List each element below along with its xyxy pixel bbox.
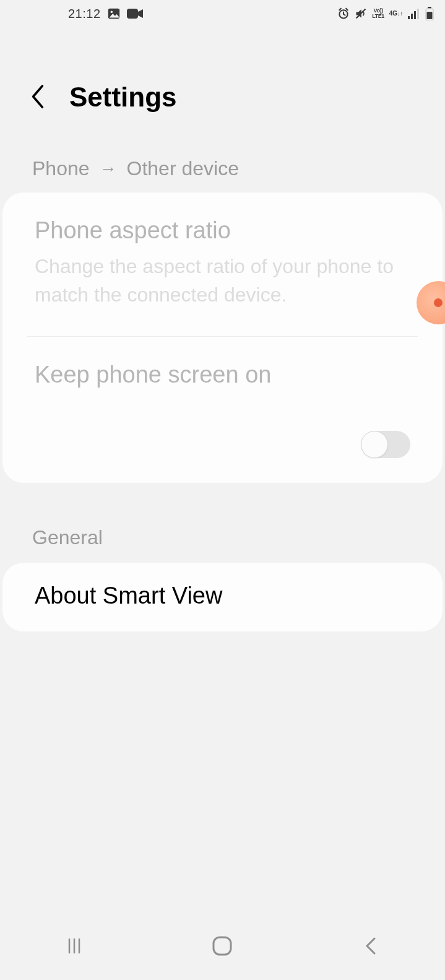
svg-rect-8 — [417, 9, 419, 19]
status-left: 21:12 — [11, 7, 143, 21]
video-icon — [127, 7, 143, 20]
item-title: About Smart View — [35, 583, 410, 609]
svg-rect-7 — [414, 11, 416, 19]
alarm-icon — [337, 7, 350, 20]
status-bar: 21:12 Vo))LTE1 4G↓↑ — [0, 0, 445, 27]
svg-rect-5 — [408, 16, 410, 19]
item-subtitle: Change the aspect ratio of your phone to… — [35, 252, 410, 310]
section-label-right: Other device — [127, 157, 239, 180]
back-button[interactable] — [28, 83, 47, 112]
nav-back-icon — [363, 936, 379, 956]
item-keep-screen-on[interactable]: Keep phone screen on — [2, 337, 443, 483]
status-time: 21:12 — [68, 7, 101, 21]
signal-icon — [408, 8, 420, 19]
svg-point-1 — [110, 11, 113, 13]
nav-home-button[interactable] — [185, 935, 259, 956]
svg-rect-11 — [427, 12, 433, 19]
item-about-smart-view[interactable]: About Smart View — [2, 563, 443, 631]
svg-rect-15 — [214, 937, 231, 955]
page-title: Settings — [69, 82, 177, 113]
mute-icon — [355, 7, 367, 20]
card-general: About Smart View — [2, 563, 443, 631]
battery-icon — [425, 7, 434, 20]
keep-screen-toggle[interactable] — [361, 431, 410, 461]
volte-icon: Vo))LTE1 — [372, 8, 384, 19]
chevron-left-icon — [28, 83, 47, 110]
switch-off-icon — [361, 431, 410, 458]
card-phone-other: Phone aspect ratio Change the aspect rat… — [2, 193, 443, 483]
section-label-left: Phone — [32, 157, 90, 180]
item-title: Phone aspect ratio — [35, 216, 410, 246]
section-phone-other: Phone → Other device — [0, 147, 445, 193]
nav-recents-button[interactable] — [37, 937, 111, 955]
system-navbar — [0, 912, 445, 980]
network-4g-icon: 4G↓↑ — [389, 11, 403, 17]
arrow-right-icon: → — [100, 159, 117, 179]
picture-icon — [107, 7, 121, 20]
svg-rect-2 — [127, 9, 138, 19]
recents-icon — [65, 937, 84, 955]
status-right: Vo))LTE1 4G↓↑ — [337, 7, 434, 20]
svg-rect-6 — [411, 14, 413, 19]
section-general-label: General — [32, 526, 103, 549]
item-phone-aspect-ratio[interactable]: Phone aspect ratio Change the aspect rat… — [2, 193, 443, 336]
page-header: Settings — [0, 27, 445, 147]
item-title: Keep phone screen on — [35, 360, 410, 390]
home-icon — [212, 935, 233, 956]
section-general: General — [0, 483, 445, 563]
nav-back-button[interactable] — [334, 936, 408, 956]
